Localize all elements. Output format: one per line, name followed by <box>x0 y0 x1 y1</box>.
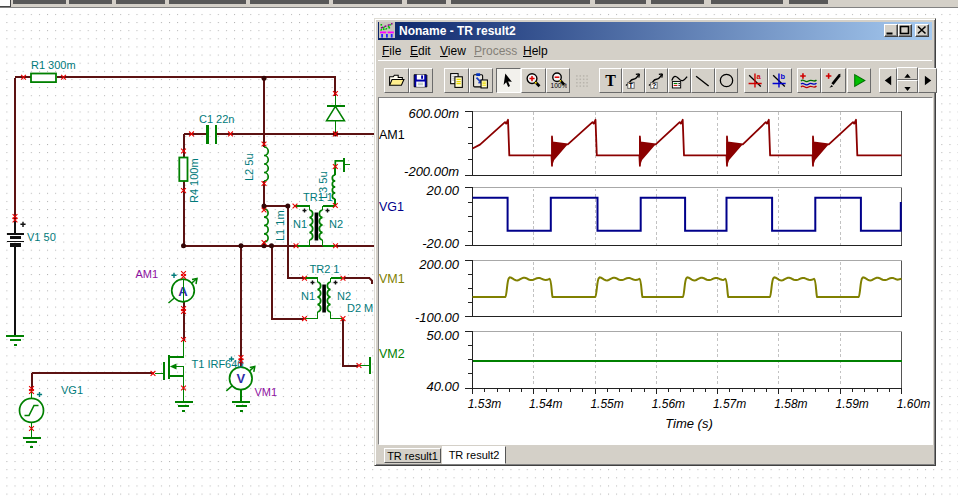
svg-text:VG1: VG1 <box>61 384 83 396</box>
svg-text:1.56m: 1.56m <box>652 397 685 411</box>
svg-text:N2: N2 <box>329 218 343 230</box>
svg-text:N2: N2 <box>337 290 351 302</box>
svg-text:V1 50: V1 50 <box>27 231 56 243</box>
svg-text:R1 300m: R1 300m <box>31 59 76 71</box>
svg-text:TR2 1: TR2 1 <box>310 263 340 275</box>
svg-text:-100.00: -100.00 <box>415 310 460 325</box>
svg-text:R4 100m: R4 100m <box>188 158 200 203</box>
svg-text:1.54m: 1.54m <box>529 397 562 411</box>
svg-text:L2 5u: L2 5u <box>243 153 255 181</box>
svg-text:VG1: VG1 <box>379 200 404 214</box>
svg-text:200.00: 200.00 <box>418 257 460 272</box>
svg-text:VM1: VM1 <box>255 386 278 398</box>
svg-text:N1: N1 <box>293 218 307 230</box>
svg-text:C1 22n: C1 22n <box>199 113 234 125</box>
svg-text:N1: N1 <box>301 290 315 302</box>
svg-text:1.59m: 1.59m <box>836 397 869 411</box>
svg-text:1.55m: 1.55m <box>590 397 623 411</box>
svg-text:50.00: 50.00 <box>426 328 459 343</box>
svg-text:b: b <box>781 72 786 81</box>
svg-text:-20.00: -20.00 <box>422 236 460 251</box>
svg-text:-200.00m: -200.00m <box>404 164 459 179</box>
svg-text:L3 5u: L3 5u <box>317 171 329 199</box>
svg-text:AM1: AM1 <box>379 128 405 142</box>
svg-text:40.00: 40.00 <box>426 379 459 394</box>
svg-text:1.53m: 1.53m <box>468 397 501 411</box>
svg-text:AM1: AM1 <box>136 268 159 280</box>
svg-text:VM2: VM2 <box>379 347 405 361</box>
svg-text:1.58m: 1.58m <box>774 397 807 411</box>
svg-text:1.60m: 1.60m <box>897 397 930 411</box>
svg-text:600.00m: 600.00m <box>408 106 459 121</box>
svg-text:Time (s): Time (s) <box>665 416 713 431</box>
svg-text:20.00: 20.00 <box>425 183 459 198</box>
svg-text:D2 M: D2 M <box>347 302 373 314</box>
svg-text:a: a <box>757 72 762 81</box>
svg-text:1.57m: 1.57m <box>713 397 746 411</box>
svg-text:L1 1m: L1 1m <box>274 210 286 241</box>
svg-text:100%: 100% <box>550 82 566 89</box>
svg-text:?: ? <box>652 81 657 89</box>
svg-text:T1 IRF640: T1 IRF640 <box>192 358 244 370</box>
svg-text:VM1: VM1 <box>379 272 405 286</box>
svg-text:V: V <box>236 371 245 386</box>
svg-text:T: T <box>605 72 616 89</box>
